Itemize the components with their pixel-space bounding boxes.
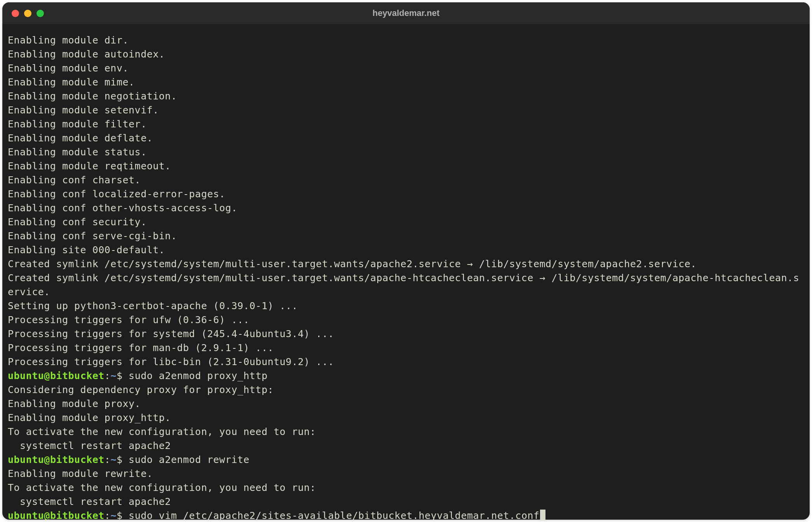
prompt-symbol: $	[117, 510, 129, 520]
terminal-output-line: Enabling module rewrite.	[8, 467, 804, 481]
prompt-user: ubuntu	[8, 510, 44, 520]
terminal-output-line: Processing triggers for libc-bin (2.31-0…	[8, 355, 804, 369]
terminal-output-line: systemctl restart apache2	[8, 439, 804, 453]
prompt-host: bitbucket	[50, 510, 105, 520]
prompt-at: @	[44, 370, 50, 381]
terminal-output-line: Enabling module negotiation.	[8, 89, 804, 103]
prompt-user: ubuntu	[8, 370, 44, 381]
prompt-path: ~	[110, 454, 117, 465]
terminal-output-line: Enabling module proxy_http.	[8, 411, 804, 425]
terminal-command-line: ubuntu@bitbucket:~$ sudo vim /etc/apache…	[8, 509, 804, 520]
terminal-output-line: Created symlink /etc/systemd/system/mult…	[8, 257, 804, 271]
terminal-command-line: ubuntu@bitbucket:~$ sudo a2enmod proxy_h…	[8, 369, 804, 383]
terminal-output-line: Enabling module filter.	[8, 117, 804, 131]
terminal-output-line: Considering dependency proxy for proxy_h…	[8, 383, 804, 397]
terminal-output-line: Processing triggers for man-db (2.9.1-1)…	[8, 341, 804, 355]
close-button[interactable]	[12, 10, 19, 17]
terminal-output-line: Enabling module env.	[8, 61, 804, 75]
terminal-output-line: To activate the new configuration, you n…	[8, 481, 804, 495]
prompt-path: ~	[110, 510, 117, 520]
terminal-output-line: Setting up python3-certbot-apache (0.39.…	[8, 299, 804, 313]
command-text: sudo a2enmod rewrite	[129, 454, 249, 465]
terminal-window: heyvaldemar.net Enabling module dir.Enab…	[2, 2, 810, 520]
prompt-colon: :	[105, 510, 111, 520]
terminal-output-line: Enabling conf localized-error-pages.	[8, 187, 804, 201]
terminal-output-line: Processing triggers for systemd (245.4-4…	[8, 327, 804, 341]
terminal-command-line: ubuntu@bitbucket:~$ sudo a2enmod rewrite	[8, 453, 804, 467]
prompt-at: @	[44, 510, 50, 520]
terminal-output-line: Enabling site 000-default.	[8, 243, 804, 257]
terminal-output-line: Enabling module deflate.	[8, 131, 804, 145]
cursor	[540, 510, 545, 520]
prompt-path: ~	[110, 370, 117, 381]
terminal-output-line: Enabling module proxy.	[8, 397, 804, 411]
command-text: sudo a2enmod proxy_http	[129, 370, 268, 381]
terminal-output-line: Enabling module dir.	[8, 33, 804, 47]
terminal-output-line: Enabling module status.	[8, 145, 804, 159]
terminal-output-line: Enabling module mime.	[8, 75, 804, 89]
minimize-button[interactable]	[24, 10, 31, 17]
prompt-user: ubuntu	[8, 454, 44, 465]
prompt-symbol: $	[117, 370, 129, 381]
terminal-output-line: Enabling module autoindex.	[8, 47, 804, 61]
window-title: heyvaldemar.net	[2, 8, 810, 18]
prompt-at: @	[44, 454, 50, 465]
terminal-output-line: Enabling conf charset.	[8, 173, 804, 187]
terminal-output-line: Enabling module setenvif.	[8, 103, 804, 117]
terminal-output-line: Processing triggers for ufw (0.36-6) ...	[8, 313, 804, 327]
terminal-output-line: Created symlink /etc/systemd/system/mult…	[8, 271, 804, 299]
prompt-host: bitbucket	[50, 454, 105, 465]
terminal-body[interactable]: Enabling module dir.Enabling module auto…	[2, 24, 810, 520]
prompt-symbol: $	[117, 454, 129, 465]
terminal-output-line: systemctl restart apache2	[8, 495, 804, 509]
prompt-colon: :	[105, 370, 111, 381]
traffic-lights	[12, 10, 44, 17]
terminal-output-line: To activate the new configuration, you n…	[8, 425, 804, 439]
terminal-output-line: Enabling module reqtimeout.	[8, 159, 804, 173]
maximize-button[interactable]	[37, 10, 44, 17]
terminal-output-line: Enabling conf security.	[8, 215, 804, 229]
titlebar: heyvaldemar.net	[2, 2, 810, 24]
prompt-host: bitbucket	[50, 370, 105, 381]
terminal-output-line: Enabling conf other-vhosts-access-log.	[8, 201, 804, 215]
terminal-output-line: Enabling conf serve-cgi-bin.	[8, 229, 804, 243]
command-text: sudo vim /etc/apache2/sites-available/bi…	[129, 510, 540, 520]
prompt-colon: :	[105, 454, 111, 465]
